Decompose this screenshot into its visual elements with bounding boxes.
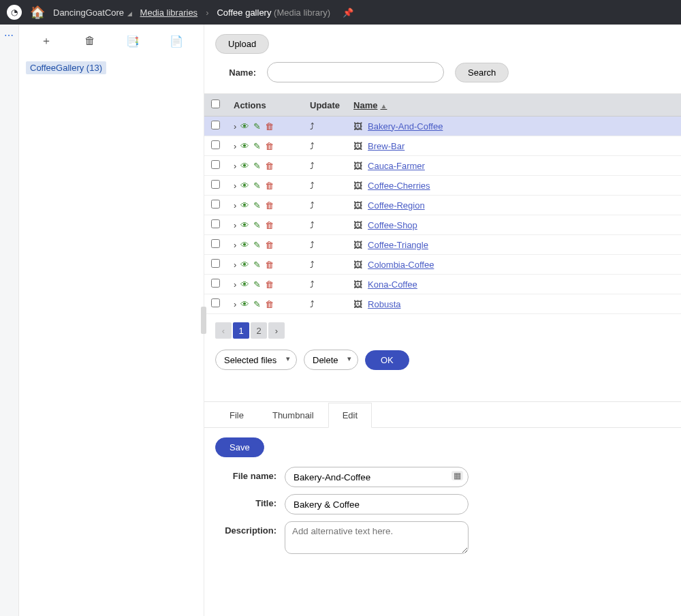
file-name-link[interactable]: Bakery-And-Coffee xyxy=(368,121,443,132)
file-name-link[interactable]: Coffee-Triangle xyxy=(368,240,428,250)
description-textarea[interactable] xyxy=(285,521,469,554)
upload-update-icon[interactable]: ⤴ xyxy=(310,299,315,309)
view-icon[interactable]: 👁 xyxy=(240,240,249,250)
filename-ext-icon[interactable]: ▦ xyxy=(452,471,463,480)
expand-icon[interactable]: › xyxy=(234,200,236,211)
copy-folder-icon[interactable]: 📑 xyxy=(112,35,155,48)
expand-icon[interactable]: › xyxy=(234,220,236,230)
search-button[interactable]: Search xyxy=(455,63,509,82)
pager-page-2[interactable]: 2 xyxy=(251,322,267,339)
edit-icon[interactable]: ✎ xyxy=(253,181,261,191)
pager-page-1[interactable]: 1 xyxy=(233,322,249,339)
row-checkbox[interactable] xyxy=(211,219,220,228)
edit-icon[interactable]: ✎ xyxy=(253,299,261,309)
edit-icon[interactable]: ✎ xyxy=(253,121,261,132)
edit-icon[interactable]: ✎ xyxy=(253,240,261,250)
pager-next[interactable]: › xyxy=(268,322,285,339)
home-icon[interactable]: 🏠 xyxy=(30,5,45,20)
delete-icon[interactable]: 🗑 xyxy=(265,161,274,171)
upload-update-icon[interactable]: ⤴ xyxy=(310,181,315,191)
upload-update-icon[interactable]: ⤴ xyxy=(310,161,315,171)
file-name-link[interactable]: Robusta xyxy=(368,299,400,309)
sidebar-resize-handle[interactable] xyxy=(201,307,206,334)
expand-icon[interactable]: › xyxy=(234,141,236,151)
row-checkbox[interactable] xyxy=(211,160,220,169)
save-button[interactable]: Save xyxy=(215,437,264,457)
edit-icon[interactable]: ✎ xyxy=(253,200,261,211)
file-name-link[interactable]: Coffee-Region xyxy=(368,200,425,211)
tab-file[interactable]: File xyxy=(215,403,258,428)
folder-node[interactable]: CoffeeGallery (13) xyxy=(26,61,106,74)
upload-update-icon[interactable]: ⤴ xyxy=(310,279,315,290)
expand-icon[interactable]: › xyxy=(234,279,236,290)
title-input[interactable] xyxy=(285,494,469,514)
row-checkbox[interactable] xyxy=(211,239,220,248)
expand-icon[interactable]: › xyxy=(234,161,236,171)
delete-icon[interactable]: 🗑 xyxy=(265,141,274,151)
expand-icon[interactable]: › xyxy=(234,181,236,191)
upload-update-icon[interactable]: ⤴ xyxy=(310,220,315,230)
expand-icon[interactable]: › xyxy=(234,299,236,309)
edit-icon[interactable]: ✎ xyxy=(253,220,261,230)
row-checkbox[interactable] xyxy=(211,259,220,268)
view-icon[interactable]: 👁 xyxy=(240,260,249,270)
filename-input[interactable] xyxy=(285,467,469,487)
file-name-link[interactable]: Cauca-Farmer xyxy=(368,161,425,171)
view-icon[interactable]: 👁 xyxy=(240,299,249,309)
upload-update-icon[interactable]: ⤴ xyxy=(310,141,315,151)
view-icon[interactable]: 👁 xyxy=(240,279,249,290)
tab-thumbnail[interactable]: Thumbnail xyxy=(258,403,328,428)
pin-icon[interactable]: 📌 xyxy=(343,7,353,18)
row-checkbox[interactable] xyxy=(211,279,220,288)
delete-icon[interactable]: 🗑 xyxy=(265,220,274,230)
bulk-ok-button[interactable]: OK xyxy=(365,350,409,370)
edit-icon[interactable]: ✎ xyxy=(253,279,261,290)
bulk-action-select[interactable]: Delete xyxy=(304,350,358,370)
site-name[interactable]: DancingGoatCore ◢ xyxy=(53,7,132,18)
delete-icon[interactable]: 🗑 xyxy=(265,240,274,250)
pager-prev[interactable]: ‹ xyxy=(215,322,232,339)
edit-icon[interactable]: ✎ xyxy=(253,141,261,151)
edit-icon[interactable]: ✎ xyxy=(253,260,261,270)
row-checkbox[interactable] xyxy=(211,121,220,129)
row-checkbox[interactable] xyxy=(211,180,220,189)
expand-icon[interactable]: › xyxy=(234,260,236,270)
row-checkbox[interactable] xyxy=(211,298,220,307)
edit-icon[interactable]: ✎ xyxy=(253,161,261,171)
select-all-checkbox[interactable] xyxy=(211,99,220,108)
add-folder-icon[interactable]: ＋ xyxy=(25,34,68,48)
row-checkbox[interactable] xyxy=(211,200,220,209)
delete-icon[interactable]: 🗑 xyxy=(265,200,274,211)
delete-icon[interactable]: 🗑 xyxy=(265,299,274,309)
file-name-link[interactable]: Colombia-Coffee xyxy=(368,260,434,270)
view-icon[interactable]: 👁 xyxy=(240,200,249,211)
file-name-link[interactable]: Brew-Bar xyxy=(368,141,405,151)
view-icon[interactable]: 👁 xyxy=(240,161,249,171)
delete-icon[interactable]: 🗑 xyxy=(265,260,274,270)
expand-icon[interactable]: › xyxy=(234,240,236,250)
row-checkbox[interactable] xyxy=(211,140,220,149)
delete-folder-icon[interactable]: 🗑 xyxy=(68,35,112,47)
view-icon[interactable]: 👁 xyxy=(240,121,249,132)
upload-update-icon[interactable]: ⤴ xyxy=(310,240,315,250)
view-icon[interactable]: 👁 xyxy=(240,220,249,230)
view-icon[interactable]: 👁 xyxy=(240,181,249,191)
tab-edit[interactable]: Edit xyxy=(328,403,372,428)
col-name-header[interactable]: Name▲ xyxy=(347,94,681,117)
expand-icon[interactable]: › xyxy=(234,121,236,132)
delete-icon[interactable]: 🗑 xyxy=(265,121,274,132)
delete-icon[interactable]: 🗑 xyxy=(265,181,274,191)
file-name-link[interactable]: Coffee-Shop xyxy=(368,220,417,230)
bulk-scope-select[interactable]: Selected files xyxy=(215,350,297,370)
search-input[interactable] xyxy=(267,62,444,82)
view-icon[interactable]: 👁 xyxy=(240,141,249,151)
file-icon[interactable]: 📄 xyxy=(155,35,198,48)
upload-update-icon[interactable]: ⤴ xyxy=(310,121,315,132)
breadcrumb-media-libraries[interactable]: Media libraries xyxy=(140,7,198,18)
upload-update-icon[interactable]: ⤴ xyxy=(310,260,315,270)
file-name-link[interactable]: Kona-Coffee xyxy=(368,279,417,290)
rail-menu-icon[interactable]: ⋯ xyxy=(0,30,18,41)
upload-update-icon[interactable]: ⤴ xyxy=(310,200,315,211)
delete-icon[interactable]: 🗑 xyxy=(265,279,274,290)
file-name-link[interactable]: Coffee-Cherries xyxy=(368,181,430,191)
